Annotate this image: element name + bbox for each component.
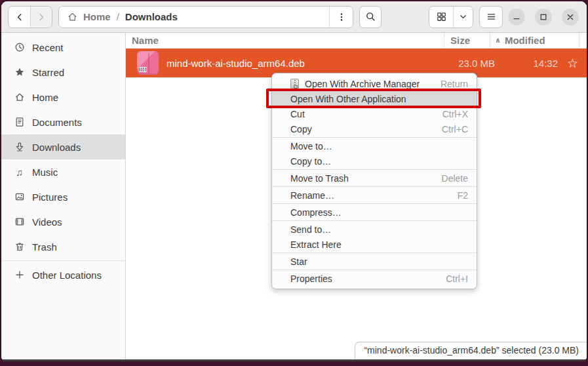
search-icon — [365, 11, 376, 22]
sidebar-item-label: Music — [32, 167, 58, 178]
context-menu: Open With Archive Manager Return Open Wi… — [271, 73, 477, 289]
sidebar-item-videos[interactable]: Videos — [1, 209, 125, 234]
sidebar-item-trash[interactable]: Trash — [1, 234, 125, 259]
sidebar-separator — [1, 260, 125, 261]
selection-status-text: “mind-work-ai-studio_arm64.deb” selected… — [364, 345, 579, 356]
breadcrumb-current[interactable]: Downloads — [125, 11, 178, 22]
menu-item-copy[interactable]: Copy Ctrl+C — [272, 121, 477, 136]
deb-package-icon — [137, 51, 159, 75]
file-list-pane: Name Size ∧ Modified mind-work-ai-studio… — [126, 33, 587, 359]
hamburger-menu-button[interactable] — [479, 6, 503, 28]
sidebar-item-label: Recent — [32, 42, 64, 53]
sidebar: Recent Starred Home Documents — [1, 33, 126, 359]
menu-item-copy-to[interactable]: Copy to… — [272, 153, 477, 169]
menu-item-star[interactable]: Star — [272, 254, 477, 269]
download-icon — [14, 142, 25, 152]
column-header-star — [579, 33, 587, 48]
sidebar-item-label: Downloads — [32, 142, 81, 153]
path-bar[interactable]: Home / Downloads — [58, 6, 353, 28]
menu-separator — [272, 203, 477, 204]
menu-separator — [272, 169, 477, 170]
menu-item-extract-here[interactable]: Extract Here — [272, 237, 477, 252]
search-button[interactable] — [359, 6, 382, 28]
menu-item-move-to-trash[interactable]: Move to Trash Delete — [272, 171, 477, 186]
sidebar-item-label: Videos — [32, 216, 62, 228]
sidebar-item-label: Home — [32, 92, 58, 103]
file-size: 23.0 MB — [452, 58, 498, 69]
star-toggle-icon[interactable]: ☆ — [567, 57, 578, 70]
close-button[interactable] — [562, 9, 579, 26]
location-menu-button[interactable] — [329, 7, 353, 28]
sidebar-item-downloads[interactable]: Downloads — [1, 134, 125, 159]
list-column-headers: Name Size ∧ Modified — [126, 33, 587, 49]
menu-item-compress[interactable]: Compress… — [272, 205, 477, 220]
archive-zip-icon — [290, 79, 299, 89]
grid-view-icon — [436, 11, 447, 22]
view-options-dropdown-button[interactable] — [453, 7, 473, 28]
chevron-right-icon — [36, 12, 47, 22]
window-controls — [508, 9, 579, 26]
sort-ascending-icon: ∧ — [495, 36, 501, 45]
forward-button[interactable] — [30, 7, 52, 28]
sidebar-item-label: Other Locations — [32, 270, 102, 281]
sidebar-item-label: Starred — [32, 67, 64, 78]
chevron-left-icon — [14, 12, 25, 22]
sidebar-item-music[interactable]: ♫ Music — [1, 159, 125, 184]
menu-item-move-to[interactable]: Move to… — [272, 138, 477, 153]
column-header-size[interactable]: Size — [444, 33, 490, 48]
navigation-buttons — [8, 6, 52, 28]
kebab-menu-icon — [336, 12, 347, 22]
menu-item-rename[interactable]: Rename… F2 — [272, 188, 477, 203]
menu-item-cut[interactable]: Cut Ctrl+X — [272, 106, 477, 121]
minimize-button[interactable] — [508, 9, 525, 26]
plus-icon — [14, 270, 25, 280]
back-button[interactable] — [9, 7, 30, 28]
status-bar: “mind-work-ai-studio_arm64.deb” selected… — [355, 342, 587, 359]
menu-separator — [272, 137, 477, 138]
grid-view-button[interactable] — [429, 7, 453, 28]
sidebar-item-pictures[interactable]: Pictures — [1, 184, 125, 209]
chevron-down-icon — [458, 12, 468, 22]
menu-item-send-to[interactable]: Send to… — [272, 222, 477, 237]
sidebar-item-label: Pictures — [32, 192, 68, 203]
menu-separator — [272, 186, 477, 187]
menu-item-open-with-other-application[interactable]: Open With Other Application — [272, 91, 477, 106]
column-header-modified[interactable]: ∧ Modified — [490, 33, 579, 48]
close-icon — [566, 13, 574, 21]
minimize-icon — [513, 13, 520, 21]
headerbar: Home / Downloads — [1, 1, 587, 33]
file-name: mind-work-ai-studio_arm64.deb — [167, 58, 305, 69]
music-note-icon: ♫ — [14, 167, 25, 177]
menu-item-properties[interactable]: Properties Ctrl+I — [272, 271, 477, 286]
home-icon — [67, 11, 78, 22]
trash-icon — [14, 241, 25, 252]
maximize-button[interactable] — [535, 9, 552, 26]
film-icon — [14, 216, 25, 227]
sidebar-item-home[interactable]: Home — [1, 85, 125, 110]
menu-separator — [272, 270, 477, 270]
hamburger-icon — [486, 11, 497, 22]
document-icon — [14, 117, 25, 127]
menu-separator — [272, 253, 477, 253]
sidebar-item-recent[interactable]: Recent — [1, 35, 125, 60]
maximize-icon — [539, 13, 547, 21]
star-icon — [14, 67, 25, 77]
file-manager-window: Home / Downloads — [1, 1, 587, 359]
home-icon — [14, 92, 25, 102]
breadcrumb-divider: / — [117, 11, 119, 22]
picture-icon — [14, 192, 25, 202]
sidebar-item-starred[interactable]: Starred — [1, 60, 125, 85]
sidebar-item-label: Documents — [32, 117, 82, 128]
view-toggle-split-button — [429, 6, 473, 28]
breadcrumb-home[interactable]: Home — [83, 11, 111, 22]
sidebar-item-other-locations[interactable]: Other Locations — [1, 262, 125, 287]
menu-item-open-with-archive-manager[interactable]: Open With Archive Manager Return — [272, 76, 477, 91]
clock-icon — [14, 42, 25, 52]
sidebar-item-documents[interactable]: Documents — [1, 110, 125, 134]
menu-separator — [272, 220, 477, 221]
column-header-name[interactable]: Name — [126, 35, 444, 46]
sidebar-item-label: Trash — [32, 241, 57, 253]
